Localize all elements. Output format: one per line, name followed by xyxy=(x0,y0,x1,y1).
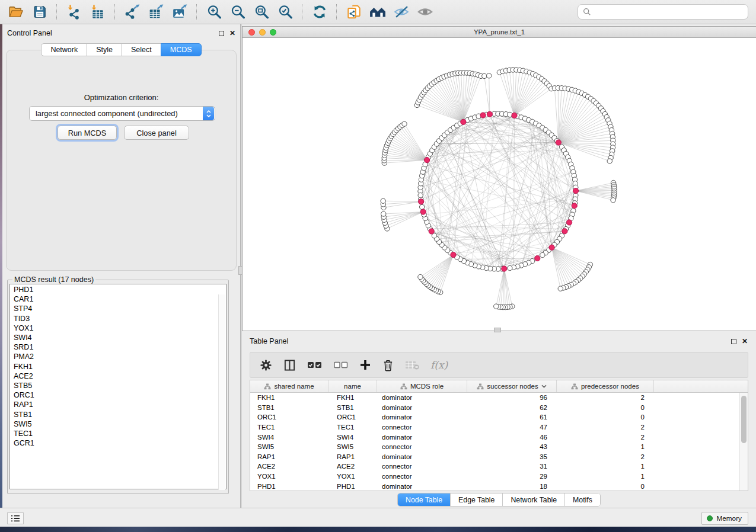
zoom-out-button[interactable] xyxy=(227,2,248,21)
tab-style[interactable]: Style xyxy=(87,43,122,56)
result-scrollbar[interactable] xyxy=(218,294,225,490)
run-mcds-button[interactable]: Run MCDS xyxy=(58,126,117,140)
dominator-node[interactable] xyxy=(425,158,430,163)
open-button[interactable] xyxy=(5,2,27,21)
mcds-result-item[interactable]: SRD1 xyxy=(14,342,226,352)
select-all-button[interactable] xyxy=(307,356,323,374)
scrollbar-thumb[interactable] xyxy=(741,396,747,443)
dominator-node[interactable] xyxy=(566,220,572,225)
mcds-result-item[interactable]: SWI5 xyxy=(14,419,226,429)
zoom-selected-button[interactable] xyxy=(274,2,296,21)
show-columns-button[interactable] xyxy=(283,356,296,374)
zoom-in-button[interactable] xyxy=(203,2,225,21)
dominator-node[interactable] xyxy=(556,140,561,145)
mcds-result-item[interactable]: STP4 xyxy=(14,304,226,313)
dominator-node[interactable] xyxy=(512,113,517,118)
mcds-result-item[interactable]: GCR1 xyxy=(14,438,226,448)
dominator-node[interactable] xyxy=(487,111,492,117)
dominator-node[interactable] xyxy=(502,266,507,271)
mcds-result-item[interactable]: YOX1 xyxy=(14,323,226,333)
tab-motifs[interactable]: Motifs xyxy=(564,493,600,506)
table-row[interactable]: PHD1PHD1dominator180 xyxy=(250,481,748,491)
optimization-criterion-select[interactable]: largest connected component (undirected) xyxy=(29,106,215,121)
mcds-result-item[interactable]: RAP1 xyxy=(14,400,226,409)
network-node[interactable] xyxy=(482,73,487,78)
network-window-titlebar[interactable]: YPA_prune.txt_1 xyxy=(243,27,756,38)
dominator-node[interactable] xyxy=(535,255,540,261)
network-node[interactable] xyxy=(494,304,499,309)
show-all-button[interactable] xyxy=(414,2,436,21)
table-settings-button[interactable] xyxy=(260,356,272,374)
minimize-traffic-light-icon[interactable] xyxy=(259,29,266,36)
maximize-traffic-light-icon[interactable] xyxy=(270,29,276,36)
first-neighbors-button[interactable] xyxy=(366,2,388,21)
column-header-MCDS-role[interactable]: MCDS role xyxy=(377,380,467,392)
column-header-name[interactable]: name xyxy=(328,380,377,392)
network-node[interactable] xyxy=(381,211,386,216)
panel-list-button[interactable] xyxy=(7,512,24,524)
network-node[interactable] xyxy=(558,286,563,291)
mcds-result-item[interactable]: PMA2 xyxy=(14,352,226,361)
table-row[interactable]: SWI5SWI5connector431 xyxy=(250,442,748,452)
table-row[interactable]: ORC1ORC1dominator610 xyxy=(250,412,748,422)
memory-button[interactable]: Memory xyxy=(701,512,748,525)
tab-node-table[interactable]: Node Table xyxy=(398,493,450,506)
dominator-node[interactable] xyxy=(573,188,578,193)
export-network-button[interactable] xyxy=(121,2,143,21)
hide-selected-button[interactable] xyxy=(390,2,412,21)
import-network-button[interactable] xyxy=(63,2,85,21)
close-panel-button[interactable]: Close panel xyxy=(124,126,189,140)
export-table-button[interactable] xyxy=(145,2,167,21)
column-header-successor-nodes[interactable]: successor nodes xyxy=(467,380,557,392)
network-node[interactable] xyxy=(540,252,545,257)
mcds-result-item[interactable]: SWI4 xyxy=(14,333,226,342)
column-header-shared-name[interactable]: shared name xyxy=(250,380,328,392)
network-node[interactable] xyxy=(402,121,407,126)
zoom-fit-button[interactable] xyxy=(250,2,272,21)
dominator-node[interactable] xyxy=(461,119,466,124)
dominator-node[interactable] xyxy=(562,229,567,234)
mcds-result-item[interactable]: CAR1 xyxy=(14,294,226,304)
dominator-node[interactable] xyxy=(451,252,456,257)
horizontal-splitter-handle[interactable] xyxy=(494,328,501,332)
tab-network-table[interactable]: Network Table xyxy=(502,493,564,506)
table-row[interactable]: STB1STB1dominator620 xyxy=(250,403,748,413)
mcds-result-item[interactable]: FKH1 xyxy=(14,362,226,371)
tab-edge-table[interactable]: Edge Table xyxy=(450,493,502,506)
create-column-button[interactable] xyxy=(359,356,371,374)
mcds-result-item[interactable]: TID3 xyxy=(14,314,226,323)
dominator-node[interactable] xyxy=(480,113,486,118)
close-panel-icon[interactable]: ✕ xyxy=(742,338,748,345)
deselect-all-button[interactable] xyxy=(334,356,348,374)
dominator-node[interactable] xyxy=(429,229,434,234)
save-button[interactable] xyxy=(28,2,50,21)
table-row[interactable]: TEC1TEC1connector472 xyxy=(250,422,748,432)
refresh-button[interactable] xyxy=(308,2,330,21)
table-scrollbar[interactable] xyxy=(739,393,748,491)
table-row[interactable]: RAP1RAP1dominator352 xyxy=(250,452,748,462)
mcds-result-item[interactable]: ACE2 xyxy=(14,371,226,381)
table-row[interactable]: SWI4SWI4dominator462 xyxy=(250,432,748,442)
dominator-node[interactable] xyxy=(420,209,426,214)
network-node[interactable] xyxy=(418,193,423,197)
network-node[interactable] xyxy=(487,73,492,78)
column-header-predecessor-nodes[interactable]: predecessor nodes xyxy=(557,380,654,392)
network-node[interactable] xyxy=(419,204,424,209)
duplicate-network-button[interactable] xyxy=(343,2,365,21)
table-row[interactable]: ACE2ACE2connector311 xyxy=(250,462,748,472)
mcds-result-list[interactable]: PHD1CAR1STP4TID3YOX1SWI4SRD1PMA2FKH1ACE2… xyxy=(9,284,227,489)
mcds-result-item[interactable]: STB5 xyxy=(14,381,226,390)
network-node[interactable] xyxy=(418,274,423,279)
network-graph[interactable] xyxy=(243,38,756,331)
dominator-node[interactable] xyxy=(572,203,577,209)
mcds-result-item[interactable]: TEC1 xyxy=(14,429,226,438)
mcds-result-item[interactable]: ORC1 xyxy=(14,390,226,400)
mcds-result-item[interactable]: STB1 xyxy=(14,410,226,419)
dominator-node[interactable] xyxy=(549,245,554,250)
network-node[interactable] xyxy=(607,159,612,164)
table-row[interactable]: FKH1FKH1dominator962 xyxy=(250,393,748,403)
close-traffic-light-icon[interactable] xyxy=(248,29,255,36)
float-panel-icon[interactable] xyxy=(731,339,736,344)
delete-column-button[interactable] xyxy=(382,356,394,374)
tab-select[interactable]: Select xyxy=(122,43,161,56)
